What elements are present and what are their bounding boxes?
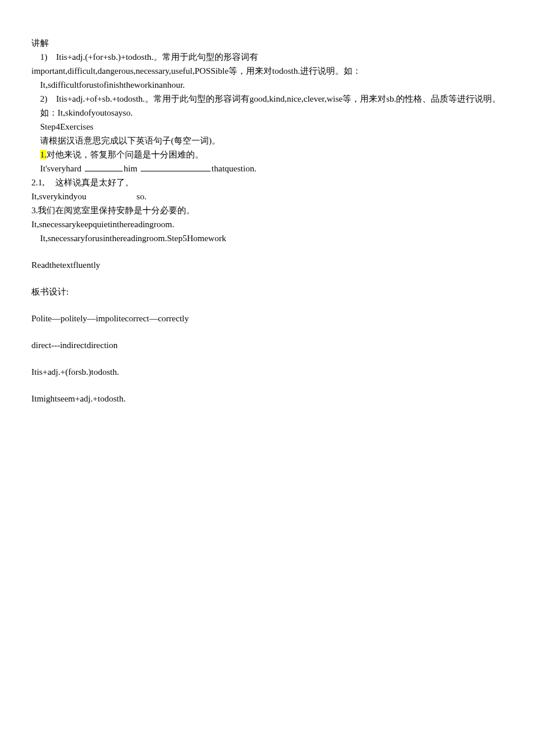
line-3: It,sdifficultforustofinishtheworkinanhou…	[31, 78, 504, 92]
line-8: 1.对他来说，答复那个问题是十分困难的。	[31, 148, 504, 162]
line-5: 如：It,skindofyoutosayso.	[31, 106, 504, 120]
line-9-part-c: thatquestion.	[212, 164, 256, 173]
line-11: It,sverykindyou so.	[31, 189, 504, 203]
blank-2[interactable]	[141, 171, 211, 171]
line-1: 1) Itis+adj.(+for+sb.)+todosth.。常用于此句型的形…	[31, 50, 504, 64]
line-13: It,snecessarykeepquietinthereadingroom.	[31, 217, 504, 231]
line-20: Itmightseem+adj.+todosth.	[31, 392, 504, 406]
heading-explain: 讲解	[31, 36, 504, 50]
line-8-indent	[31, 150, 40, 159]
line-7: 请根据汉语意思完成以下英语句子(每空一词)。	[31, 134, 504, 148]
line-17: Polite—politely—impolitecorrect—correctl…	[31, 311, 504, 325]
blank-1[interactable]	[85, 171, 123, 171]
line-12: 3.我们在阅览室里保持安静是十分必要的。	[31, 203, 504, 217]
line-9-part-a: It'sveryhard	[31, 164, 84, 173]
line-9: It'sveryhard him thatquestion.	[31, 162, 504, 175]
line-4: 2) Itis+adj.+of+sb.+todosth.。常用于此句型的形容词有…	[31, 92, 504, 106]
line-2: important,difficult,dangerous,necessary,…	[31, 64, 504, 78]
line-15: Readthetextfluently	[31, 258, 504, 272]
line-14: It,snecessaryforusinthereadingroom.Step5…	[31, 231, 504, 245]
line-9-part-b: him	[124, 164, 140, 173]
exercise-1-text: 对他来说，答复那个问题是十分困难的。	[47, 150, 204, 159]
line-19: Itis+adj.+(forsb.)todosth.	[31, 365, 504, 379]
line-6: Step4Exercises	[31, 120, 504, 134]
board-design-heading: 板书设计:	[31, 285, 504, 299]
line-10: 2.1, 这样说真是太好了。	[31, 175, 504, 189]
exercise-1-number-highlight: 1.	[40, 150, 47, 159]
line-18: direct---indirectdirection	[31, 338, 504, 352]
